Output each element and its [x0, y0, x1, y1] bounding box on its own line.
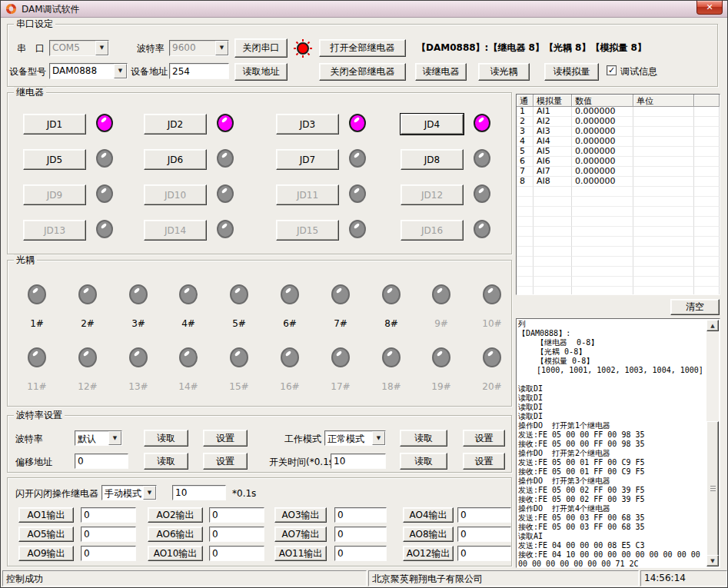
read-address-button[interactable]: 读取地址: [234, 63, 288, 81]
address-input[interactable]: [169, 63, 229, 79]
relay-button-jd13[interactable]: JD13: [23, 220, 86, 241]
offset-set-button[interactable]: 设置: [203, 453, 248, 470]
window-title: DAM调试软件: [22, 3, 80, 16]
analog-out-button-ao8[interactable]: AO8输出: [403, 527, 454, 542]
offset-address-input[interactable]: [75, 453, 128, 469]
table-row: 5AI50.000000: [517, 147, 720, 157]
work-mode-set-button[interactable]: 设置: [463, 430, 505, 447]
read-analog-button[interactable]: 读模拟量: [544, 63, 599, 81]
offset-read-button[interactable]: 读取: [144, 453, 188, 470]
relay-led-jd2: [217, 114, 234, 132]
analog-out-input-ao8[interactable]: [457, 527, 511, 542]
close-button[interactable]: ✕: [696, 1, 723, 15]
analog-out-input-ao2[interactable]: [209, 507, 264, 523]
analog-out-button-ao5[interactable]: AO5输出: [18, 527, 74, 542]
analog-out-input-ao11[interactable]: [334, 546, 387, 561]
port-select[interactable]: COM5 ▼: [49, 40, 109, 56]
relay-button-jd7[interactable]: JD7: [276, 149, 339, 170]
scroll-up-icon[interactable]: ▲: [706, 320, 719, 331]
opto-led-2: [78, 284, 97, 304]
model-label: 设备型号: [9, 66, 46, 77]
baud-select[interactable]: 9600 ▼: [169, 40, 229, 56]
analog-out-input-ao1[interactable]: [81, 507, 136, 523]
analog-out-button-ao9[interactable]: AO9输出: [18, 546, 74, 561]
analog-out-button-ao11[interactable]: AO11输出: [274, 546, 327, 561]
baud-setting-select[interactable]: 默认 ▼: [75, 430, 122, 446]
read-opto-button[interactable]: 读光耦: [478, 63, 530, 81]
work-mode-select[interactable]: 正常模式 ▼: [324, 430, 386, 446]
analog-out-input-ao3[interactable]: [334, 507, 387, 523]
table-cell: [572, 217, 633, 227]
column-header[interactable]: 通: [517, 95, 534, 107]
switch-time-set-button[interactable]: 设置: [463, 453, 505, 470]
relay-button-jd6[interactable]: JD6: [144, 149, 207, 170]
analog-table-header: 通模拟量数值单位: [517, 95, 720, 107]
analog-out-input-ao10[interactable]: [209, 546, 264, 561]
analog-out-input-ao5[interactable]: [81, 527, 136, 542]
relay-cell: JD6: [144, 148, 259, 170]
analog-out-button-ao6[interactable]: AO6输出: [148, 527, 203, 542]
scroll-down-icon[interactable]: ▼: [706, 555, 719, 566]
analog-out-button-ao12[interactable]: AO12输出: [403, 546, 454, 561]
relay-button-jd1[interactable]: JD1: [23, 114, 86, 135]
close-all-relays-button[interactable]: 关闭全部继电器: [319, 63, 406, 81]
opto-label-13: 13#: [121, 381, 155, 392]
close-icon: ✕: [706, 2, 713, 12]
flash-time-unit-label: *0.1s: [232, 488, 256, 499]
table-cell: AI6: [534, 157, 572, 167]
table-cell: [534, 187, 572, 197]
relay-button-jd14[interactable]: JD14: [144, 220, 207, 241]
baud-read-button[interactable]: 读取: [144, 430, 188, 447]
model-select[interactable]: DAM0888 ▼: [49, 63, 128, 79]
analog-out-input-ao7[interactable]: [334, 527, 387, 542]
switch-time-label: 开关时间(*0.1s): [269, 457, 337, 467]
analog-out-input-ao6[interactable]: [209, 527, 264, 542]
table-cell: [517, 277, 534, 287]
relay-button-jd5[interactable]: JD5: [23, 149, 86, 170]
relay-button-jd8[interactable]: JD8: [401, 149, 464, 170]
work-mode-read-button[interactable]: 读取: [400, 430, 447, 447]
table-cell: [572, 277, 633, 287]
analog-out-input-ao4[interactable]: [457, 507, 511, 523]
relay-button-jd9[interactable]: JD9: [23, 184, 86, 205]
analog-out-button-ao3[interactable]: AO3输出: [274, 507, 327, 523]
analog-out-button-ao2[interactable]: AO2输出: [148, 507, 203, 523]
relay-button-jd3[interactable]: JD3: [276, 114, 339, 135]
flash-time-input[interactable]: [172, 485, 226, 500]
analog-out-input-ao12[interactable]: [457, 546, 511, 561]
relay-button-jd2[interactable]: JD2: [144, 114, 207, 135]
table-cell: [694, 257, 720, 267]
switch-time-read-button[interactable]: 读取: [400, 453, 447, 470]
table-cell: [694, 227, 720, 237]
table-cell: [633, 267, 694, 277]
relay-button-jd16[interactable]: JD16: [401, 220, 464, 241]
log-scrollbar-thumb[interactable]: [706, 421, 719, 556]
relay-button-jd11[interactable]: JD11: [276, 184, 339, 205]
relay-button-jd12[interactable]: JD12: [401, 184, 464, 205]
analog-out-button-ao1[interactable]: AO1输出: [18, 507, 74, 523]
column-header[interactable]: 模拟量: [534, 95, 572, 107]
read-relays-button[interactable]: 读继电器: [415, 63, 467, 81]
open-all-relays-button[interactable]: 打开全部继电器: [319, 39, 406, 57]
relay-button-jd10[interactable]: JD10: [144, 184, 207, 205]
chevron-down-icon: ▼: [143, 486, 156, 500]
column-header[interactable]: 数值: [572, 95, 633, 107]
switch-time-input[interactable]: [331, 453, 386, 469]
table-cell: [633, 227, 694, 237]
analog-out-input-ao9[interactable]: [81, 546, 136, 561]
port-value: COM5: [50, 41, 95, 55]
analog-out-button-ao10[interactable]: AO10输出: [148, 546, 203, 561]
debug-info-checkbox[interactable]: ✓: [607, 65, 617, 75]
column-header[interactable]: 单位: [633, 95, 694, 107]
column-header[interactable]: [694, 95, 720, 107]
opto-label-10: 10#: [475, 318, 509, 329]
clear-log-button[interactable]: 清空: [670, 299, 720, 315]
baud-set-button[interactable]: 设置: [203, 430, 248, 447]
relay-button-jd15[interactable]: JD15: [276, 220, 339, 241]
analog-out-button-ao7[interactable]: AO7输出: [274, 527, 327, 542]
log-scrollbar[interactable]: ▲ ▼: [706, 320, 719, 566]
analog-out-button-ao4[interactable]: AO4输出: [403, 507, 454, 523]
close-port-button[interactable]: 关闭串口: [234, 38, 288, 58]
relay-button-jd4[interactable]: JD4: [401, 114, 464, 135]
flash-mode-select[interactable]: 手动模式 ▼: [101, 485, 157, 500]
